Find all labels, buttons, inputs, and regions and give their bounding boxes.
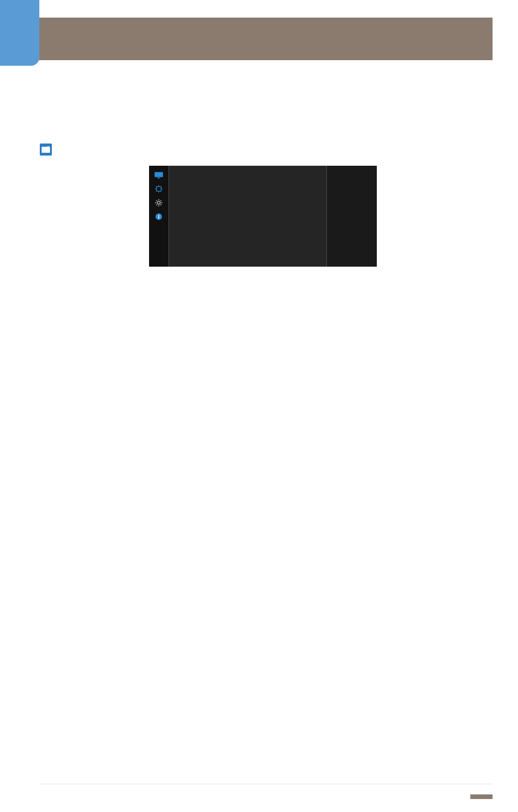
chapter-badge [0,0,39,66]
svg-line-13 [160,200,161,201]
content [40,97,486,276]
svg-line-12 [156,205,157,206]
monitor-icon [154,171,163,179]
svg-rect-15 [158,216,159,219]
section-heading [40,118,486,131]
gear-icon [154,199,163,206]
svg-rect-3 [157,177,160,178]
page [0,0,518,812]
footer [466,788,493,805]
info-icon [154,213,163,220]
svg-rect-2 [154,172,162,177]
footer-page-number [470,794,493,799]
footer-rule [40,784,493,784]
header-bar [0,18,493,60]
osd-help-text [327,166,377,267]
svg-rect-16 [158,215,159,216]
svg-line-11 [160,205,161,206]
resize-icon [154,185,163,193]
osd-screenshot [40,166,486,267]
note-icon [40,144,52,156]
osd-sidebar [149,166,169,267]
svg-rect-4 [156,187,161,191]
svg-line-10 [156,200,157,201]
svg-point-5 [157,201,160,204]
osd-main [169,166,327,267]
note-block [40,143,486,156]
osd-panel [149,166,377,267]
